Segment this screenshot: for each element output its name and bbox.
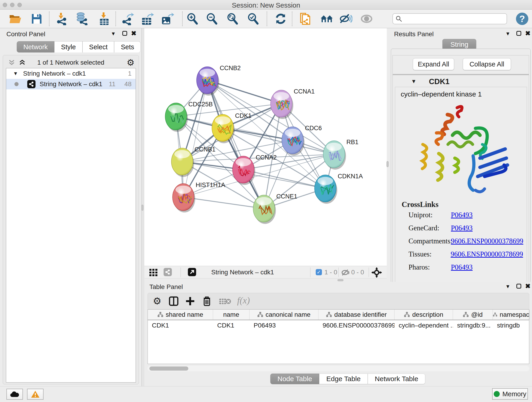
network-options-gear-icon[interactable]: ⚙ xyxy=(127,57,134,68)
network-graph[interactable]: CCNB2CCNA1CDC25BCDK1CDC6RB1CCNB1CCNA2CDK… xyxy=(144,28,387,266)
column-header-namespac[interactable]: namespac xyxy=(493,310,530,320)
import-network-database-icon[interactable] xyxy=(76,12,89,25)
splitter-handle[interactable] xyxy=(386,161,389,167)
network-node-CCNB2[interactable]: CCNB2 xyxy=(196,65,241,96)
selected-checkbox-icon[interactable]: ✓ xyxy=(316,269,322,275)
tab-select[interactable]: Select xyxy=(82,41,114,52)
grid-view-icon[interactable] xyxy=(149,269,159,276)
control-panel-float-icon[interactable] xyxy=(122,31,127,36)
import-table-file-icon[interactable] xyxy=(98,12,110,25)
network-edge[interactable] xyxy=(207,80,264,209)
column-header-database-identifier[interactable]: database identifier xyxy=(318,310,394,320)
splitter-handle[interactable] xyxy=(141,205,143,211)
network-row[interactable]: String Network – cdk1 11 48 xyxy=(6,79,136,89)
table-delete-icon[interactable] xyxy=(202,296,211,306)
network-collection-row[interactable]: ▼ String Network – cdk1 1 xyxy=(6,68,136,79)
section-collapse-triangle-icon[interactable]: ▼ xyxy=(411,78,417,85)
collapse-triangle-icon[interactable]: ▼ xyxy=(13,70,18,77)
table-remove-column-icon[interactable] xyxy=(219,298,231,305)
table-add-icon[interactable] xyxy=(185,296,195,306)
tab-string[interactable]: String xyxy=(443,39,476,50)
network-node-CCNE1[interactable]: CCNE1 xyxy=(253,193,298,224)
table-gear-icon[interactable]: ⚙ xyxy=(153,295,162,307)
import-network-file-icon[interactable] xyxy=(55,12,68,25)
tab-sets[interactable]: Sets xyxy=(114,41,141,52)
tab-style[interactable]: Style xyxy=(54,41,82,52)
table-row[interactable]: CDK1CDK1P064939606.ENSP00000378699cyclin… xyxy=(148,320,529,331)
table-function-icon[interactable]: f(x) xyxy=(237,295,250,306)
expand-all-button[interactable]: Expand All xyxy=(413,58,454,70)
save-session-icon[interactable] xyxy=(30,12,43,25)
zoom-in-icon[interactable] xyxy=(186,12,199,25)
table-panel-menu-icon[interactable]: ▾ xyxy=(506,283,509,290)
crosslink-value-link[interactable]: 9606.ENSP00000378699 xyxy=(451,250,523,258)
table-cell[interactable]: CDK1 xyxy=(148,320,213,331)
results-panel-close-icon[interactable]: ✖ xyxy=(525,30,530,37)
network-node-RB1[interactable]: RB1 xyxy=(323,139,359,170)
export-image-icon[interactable] xyxy=(161,12,174,25)
export-network-icon[interactable] xyxy=(122,12,134,25)
search-box[interactable] xyxy=(393,13,507,24)
open-session-icon[interactable] xyxy=(9,12,22,25)
table-cell[interactable]: P06493 xyxy=(249,320,318,331)
table-cell[interactable]: CDK1 xyxy=(213,320,249,331)
crosslink-value-link[interactable]: P06493 xyxy=(451,224,473,232)
detach-view-icon[interactable] xyxy=(188,268,196,276)
network-node-CDC6[interactable]: CDC6 xyxy=(282,125,322,156)
cloud-button[interactable] xyxy=(6,389,23,400)
table-cell[interactable]: stringdb:9... xyxy=(453,320,493,331)
memory-button[interactable]: Memory xyxy=(492,388,528,400)
column-header-description[interactable]: description xyxy=(394,310,453,320)
network-node-HIST1H1A[interactable]: HIST1H1A xyxy=(172,182,225,212)
network-selection-status: 1 of 1 Network selected xyxy=(3,59,139,66)
column-header-name[interactable]: name xyxy=(213,310,249,320)
table-cell[interactable]: stringdb xyxy=(493,320,530,331)
table-cell[interactable]: cyclin–dependent ... xyxy=(394,320,453,331)
crosslink-value-link[interactable]: 9606.ENSP00000378699 xyxy=(451,237,523,245)
zoom-out-icon[interactable] xyxy=(206,12,218,25)
hidden-eye-icon[interactable] xyxy=(341,269,350,276)
network-edge[interactable] xyxy=(243,170,325,188)
warning-button[interactable] xyxy=(27,389,44,400)
string-tab-icon[interactable] xyxy=(164,268,172,276)
column-header-canonical-name[interactable]: canonical name xyxy=(249,310,318,320)
table-panel-close-icon[interactable]: ✖ xyxy=(525,282,530,290)
birdseye-crosshair-icon[interactable] xyxy=(372,268,382,278)
search-input[interactable] xyxy=(402,15,500,22)
table-hscrollbar-thumb[interactable] xyxy=(149,366,188,370)
tab-network[interactable]: Network xyxy=(17,41,54,52)
hide-graphics-icon[interactable] xyxy=(340,12,352,25)
network-node-CDK1[interactable]: CDK1 xyxy=(212,112,252,143)
clone-network-icon[interactable] xyxy=(299,12,312,25)
tab-node-table[interactable]: Node Table xyxy=(270,374,319,384)
column-header-shared-name[interactable]: shared name xyxy=(148,310,213,320)
node-table[interactable]: shared namenamecanonical namedatabase id… xyxy=(147,309,529,364)
tab-network-table[interactable]: Network Table xyxy=(368,374,425,384)
export-table-icon[interactable] xyxy=(141,12,154,25)
crosslink-value-link[interactable]: P06493 xyxy=(451,211,473,219)
zoom-fit-icon[interactable] xyxy=(226,12,239,25)
table-columns-icon[interactable] xyxy=(169,296,178,306)
refresh-icon[interactable] xyxy=(274,12,287,25)
network-node-CCNB1[interactable]: CCNB1 xyxy=(171,146,215,177)
table-panel-float-icon[interactable] xyxy=(516,284,521,288)
table-hscrollbar[interactable] xyxy=(147,366,529,371)
zoom-selected-icon[interactable] xyxy=(247,12,260,25)
crosslink-value-link[interactable]: P06493 xyxy=(451,263,473,271)
table-cell[interactable]: 9606.ENSP00000378699 xyxy=(318,320,394,331)
collapse-all-button[interactable]: Collapse All xyxy=(463,58,511,70)
tab-edge-table[interactable]: Edge Table xyxy=(319,374,368,384)
control-panel-menu-icon[interactable]: ▾ xyxy=(112,30,115,37)
network-view-canvas[interactable]: CCNB2CCNA1CDC25BCDK1CDC6RB1CCNB1CCNA2CDK… xyxy=(144,28,387,266)
column-header--id[interactable]: @id xyxy=(453,310,493,320)
splitter-handle[interactable] xyxy=(337,279,343,281)
control-panel-close-icon[interactable]: ✖ xyxy=(131,30,136,37)
network-node-CDC25B[interactable]: CDC25B xyxy=(165,101,213,132)
show-graphics-icon[interactable] xyxy=(360,12,373,25)
network-node-CDKN1A[interactable]: CDKN1A xyxy=(315,173,363,204)
results-panel-float-icon[interactable] xyxy=(516,31,521,36)
houses-icon[interactable] xyxy=(320,12,333,25)
help-button[interactable]: ? xyxy=(516,13,528,25)
network-edge[interactable] xyxy=(183,197,264,209)
results-panel-menu-icon[interactable]: ▾ xyxy=(506,30,509,37)
